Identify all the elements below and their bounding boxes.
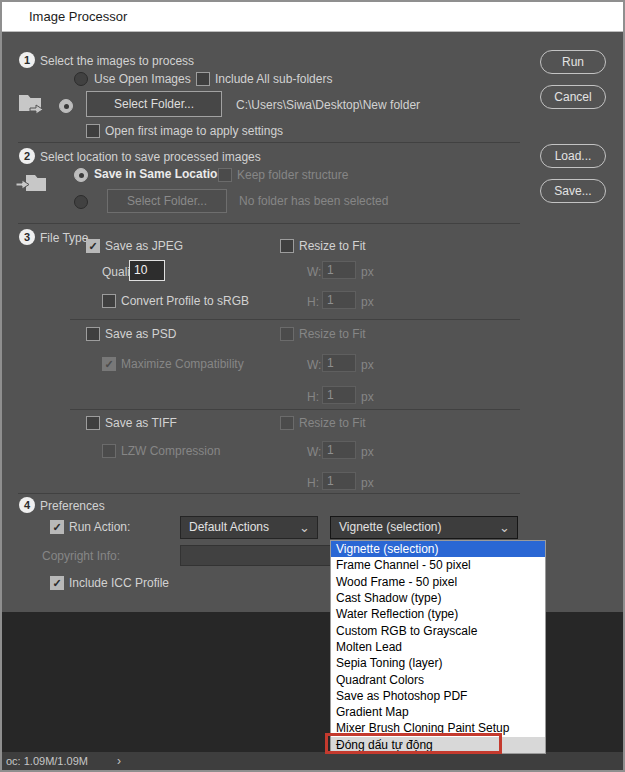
include-icc-checkbox[interactable]: ✓ [50,576,64,590]
psd-h-px: px [361,390,374,404]
include-subfolders-checkbox[interactable] [196,72,210,86]
no-folder-selected-label: No folder has been selected [239,194,388,208]
section-divider [18,493,520,494]
use-open-images-label: Use Open Images [94,72,191,86]
dialog-title-bar: Image Processor [2,2,623,32]
save-as-psd-checkbox[interactable] [86,327,100,341]
dropdown-item[interactable]: Cast Shadow (type) [331,590,545,606]
selected-folder-path: C:\Users\Siwa\Desktop\New folder [236,98,420,112]
convert-srgb-checkbox[interactable] [102,294,116,308]
tiff-h-label: H: [307,476,319,490]
dropdown-item[interactable]: Molten Lead [331,639,545,655]
tiff-resize-checkbox[interactable] [280,416,294,430]
tiff-resize-label: Resize to Fit [299,416,366,430]
save-as-tiff-checkbox[interactable] [86,416,100,430]
lzw-compression-checkbox[interactable] [102,444,116,458]
dropdown-item[interactable]: Frame Channel - 50 pixel [331,557,545,573]
tiff-w-px: px [361,445,374,459]
select-folder-radio[interactable] [59,99,73,113]
jpeg-h-px: px [361,295,374,309]
psd-resize-checkbox[interactable] [280,327,294,341]
annotation-red-box [325,733,502,754]
lzw-compression-label: LZW Compression [121,444,220,458]
psd-h-input[interactable]: 1 [322,386,356,404]
section-divider [18,142,520,143]
dropdown-item[interactable]: Sepia Toning (layer) [331,655,545,671]
psd-resize-label: Resize to Fit [299,327,366,341]
save-as-psd-label: Save as PSD [105,327,176,341]
save-same-location-radio[interactable] [74,168,88,182]
dropdown-item[interactable]: Vignette (selection) [331,541,545,557]
jpeg-h-input[interactable]: 1 [322,291,356,309]
jpeg-h-label: H: [307,295,319,309]
open-first-image-label: Open first image to apply settings [105,124,283,138]
run-action-label: Run Action: [69,520,130,534]
dropdown-item[interactable]: Save as Photoshop PDF [331,688,545,704]
convert-srgb-label: Convert Profile to sRGB [121,294,249,308]
run-button[interactable]: Run [540,50,606,74]
action-select[interactable]: Vignette (selection) ⌄ [330,516,518,539]
quality-input[interactable]: 10 [129,260,165,281]
dropdown-item[interactable]: Quadrant Colors [331,672,545,688]
chevron-down-icon: ⌄ [499,517,510,538]
folder-save-icon [16,171,48,197]
photoshop-window: Image Processor 1 Select the images to p… [0,0,625,772]
filetype-divider [70,319,520,320]
save-same-location-label: Save in Same Location [94,167,225,181]
jpeg-w-input[interactable]: 1 [322,261,356,279]
include-icc-label: Include ICC Profile [69,576,169,590]
load-button[interactable]: Load... [540,144,606,168]
dropdown-item[interactable]: Wood Frame - 50 pixel [331,574,545,590]
tiff-w-input[interactable]: 1 [322,441,356,459]
jpeg-w-label: W: [307,265,321,279]
action-value: Vignette (selection) [339,520,442,534]
status-chevron-icon[interactable]: › [117,754,121,768]
document-size-text: oc: 1.09M/1.09M [6,755,88,767]
filetype-divider [70,409,520,410]
psd-w-label: W: [307,358,321,372]
dropdown-item[interactable]: Gradient Map [331,704,545,720]
psd-h-label: H: [307,390,319,404]
jpeg-resize-checkbox[interactable] [280,239,294,253]
folder-input-icon [17,91,47,117]
select-folder-button-2[interactable]: Select Folder... [107,189,227,213]
section2-badge: 2 [19,148,35,164]
jpeg-w-px: px [361,265,374,279]
dropdown-item[interactable]: Custom RGB to Grayscale [331,623,545,639]
psd-w-px: px [361,358,374,372]
actions-dropdown-list: Vignette (selection)Frame Channel - 50 p… [330,540,546,754]
section1-title: Select the images to process [40,54,194,68]
section2-title: Select location to save processed images [40,150,261,164]
save-as-jpeg-checkbox[interactable]: ✓ [86,239,100,253]
save-as-tiff-label: Save as TIFF [105,416,177,430]
run-action-checkbox[interactable]: ✓ [50,520,64,534]
open-first-image-checkbox[interactable] [86,124,100,138]
section3-badge: 3 [19,229,35,245]
save-button[interactable]: Save... [540,179,606,203]
section4-badge: 4 [19,497,35,513]
psd-w-input[interactable]: 1 [322,354,356,372]
maximize-compatibility-checkbox[interactable]: ✓ [102,357,116,371]
jpeg-resize-label: Resize to Fit [299,239,366,253]
action-set-select[interactable]: Default Actions ⌄ [180,516,318,539]
save-to-folder-radio[interactable] [74,195,88,209]
status-bar: oc: 1.09M/1.09M › [2,752,623,770]
action-set-value: Default Actions [189,520,269,534]
tiff-h-input[interactable]: 1 [322,472,356,490]
dropdown-item[interactable]: Water Reflection (type) [331,606,545,622]
keep-folder-structure-checkbox[interactable] [218,168,232,182]
include-subfolders-label: Include All sub-folders [215,72,332,86]
section1-badge: 1 [19,52,35,68]
cancel-button[interactable]: Cancel [540,85,606,109]
tiff-w-label: W: [307,445,321,459]
select-folder-button-1[interactable]: Select Folder... [86,91,222,117]
maximize-compatibility-label: Maximize Compatibility [121,357,244,371]
section4-title: Preferences [40,499,105,513]
chevron-down-icon: ⌄ [299,517,310,538]
keep-folder-structure-label: Keep folder structure [237,168,348,182]
save-as-jpeg-label: Save as JPEG [105,239,183,253]
section3-title: File Type [40,231,88,245]
copyright-info-label: Copyright Info: [42,549,120,563]
tiff-h-px: px [361,476,374,490]
use-open-images-radio[interactable] [74,72,88,86]
